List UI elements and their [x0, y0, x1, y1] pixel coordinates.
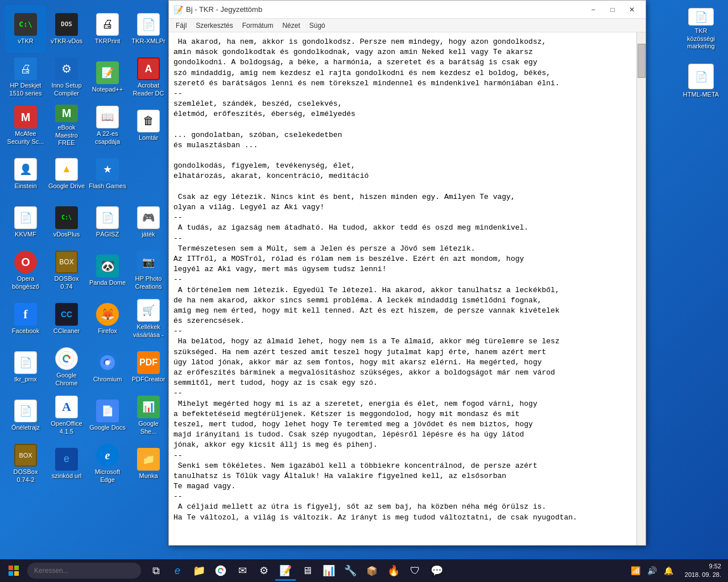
desktop-icon-22csapda[interactable]: 📖 A 22-es csapdája	[88, 102, 127, 149]
clock-time: 9:52	[685, 562, 721, 571]
window-maximize-button[interactable]: □	[603, 3, 622, 16]
desktop-icon-KKVMF[interactable]: 📄 KKVMF	[6, 199, 46, 246]
taskbar-app-11[interactable]: 📦	[362, 560, 382, 581]
taskbar-app-13[interactable]: 🛡	[405, 560, 425, 581]
desktop-icon-GoogleChrome[interactable]: Google Chrome	[47, 344, 86, 390]
desktop-icon-label-PDFCreator: PDFCreator	[132, 376, 166, 383]
desktop-icon-TKR-XMLPr[interactable]: 📄 TKR-XMLPr	[129, 6, 168, 52]
desktop-icon-vTKR-vDos[interactable]: DOS vTKR-vDos	[47, 6, 86, 52]
taskbar-tray: 📶 🔊 🔔	[624, 565, 680, 576]
desktop-icon-MSEdge[interactable]: e Microsoft Edge	[88, 440, 127, 487]
clock-date: 2018. 09. 28.	[685, 571, 721, 579]
tray-volume-icon[interactable]: 🔊	[645, 565, 659, 576]
taskbar-app-14[interactable]: 💬	[427, 560, 447, 581]
taskbar-chrome-app[interactable]	[210, 560, 231, 581]
desktop-icon-Firefox[interactable]: 🦊 Firefox	[88, 296, 127, 342]
desktop-icon-FlashGames[interactable]: ★ Flash Games	[88, 151, 127, 197]
desktop-icon-label-Chromium: Chromium	[93, 376, 122, 383]
desktop-icon-label-Lomtar: Lomtár	[139, 134, 158, 142]
taskbar-search-input[interactable]	[27, 563, 141, 579]
desktop-icon-McAfee[interactable]: M McAfee Security Sc...	[6, 102, 46, 149]
desktop-icon-label-TKRXMLPr: TKR-XMLPr	[131, 38, 165, 45]
desktop-icon-DOSBox2[interactable]: BOX DOSBox 0.74-2	[6, 440, 46, 487]
desktop-icon-label-GChrome: Google Chrome	[48, 372, 85, 386]
window-title: Bj - TKR - Jegyzettömb	[186, 5, 584, 14]
desktop-icon-Oneletrajz[interactable]: 📄 Önéletrajz	[6, 392, 46, 439]
desktop-icon-PandaDome[interactable]: 🐼 Panda Dome	[88, 247, 127, 294]
desktop-icon-Munka[interactable]: 📁 Munka	[129, 440, 168, 487]
menu-format[interactable]: Formátum	[238, 20, 278, 31]
app9-taskbar-icon: 📊	[322, 564, 335, 577]
desktop-icon-label-MSEdge: Microsoft Edge	[89, 468, 126, 483]
desktop-icon-Kellekek[interactable]: 🛒 Kellékek vásárlása -	[129, 296, 168, 342]
desktop-icon-Acrobat[interactable]: A Acrobat Reader DC	[129, 54, 168, 101]
desktop-icon-Lomtar[interactable]: 🗑 Lomtár	[129, 102, 168, 149]
notepad-textarea[interactable]	[169, 32, 636, 545]
desktop-icon-GoogleDocs[interactable]: 📄 Google Docs	[88, 392, 127, 439]
desktop-icon-jatek[interactable]: 🎮 játék	[129, 199, 168, 246]
taskbar-task-view[interactable]: ⧉	[146, 560, 166, 581]
svg-rect-7	[14, 571, 19, 576]
menu-file[interactable]: Fájl	[171, 20, 191, 31]
desktop-icon-eBook[interactable]: M eBook Maestro FREE	[47, 102, 86, 149]
desktop-icon-label-KKVMF: KKVMF	[15, 231, 36, 238]
desktop-icon-Chromium[interactable]: Chromium	[88, 344, 127, 390]
desktop-icon-label-vDosPlus: vDosPlus	[53, 231, 80, 238]
notepad-content-area	[169, 32, 646, 545]
desktop-icon-label-CCleaner: CCleaner	[53, 327, 80, 335]
taskbar-settings-app[interactable]: ⚙	[254, 560, 274, 581]
taskbar-clock[interactable]: 9:52 2018. 09. 28.	[680, 562, 726, 580]
desktop-icon-DOSBox[interactable]: BOX DOSBox 0.74	[47, 247, 86, 294]
desktop-icon-Opera[interactable]: O Opera böngésző	[6, 247, 46, 294]
tray-notification-icon[interactable]: 🔔	[661, 565, 676, 576]
svg-point-9	[219, 569, 222, 572]
desktop-icon-CCleaner[interactable]: CC CCleaner	[47, 296, 86, 342]
taskbar-explorer-app[interactable]: 📁	[189, 560, 209, 581]
taskbar-edge-app[interactable]: e	[167, 560, 188, 581]
desktop-icon-label-Acrobat: Acrobat Reader DC	[130, 82, 167, 97]
desktop-icon-HTML-META[interactable]: 📄 HTML-META	[680, 58, 722, 105]
desktop-icon-Inno-Setup[interactable]: ⚙ Inno Setup Compiler	[47, 54, 86, 101]
desktop-icon-Einstein[interactable]: 👤 Einstein	[6, 151, 46, 197]
window-close-button[interactable]: ✕	[623, 3, 641, 16]
desktop-icon-HPPhoto[interactable]: 📷 HP Photo Creations	[129, 247, 168, 294]
desktop-icon-label-eBook: eBook Maestro FREE	[48, 124, 85, 147]
taskbar-app-12[interactable]: 🔥	[383, 560, 404, 581]
taskbar-mail-app[interactable]: ✉	[232, 560, 253, 581]
desktop-icon-vTKR[interactable]: C:\ vTKR	[6, 6, 46, 52]
desktop-icon-TKR-kozossegi[interactable]: 📄 TKR közösségi marketing	[680, 6, 722, 52]
scrollbar-vertical[interactable]	[636, 32, 646, 545]
taskbar-app-8[interactable]: 🖥	[297, 560, 317, 581]
taskbar-app-9[interactable]: 📊	[318, 560, 339, 581]
desktop-icon-vDosPlus[interactable]: C:\ vDosPlus	[47, 199, 86, 246]
desktop-icons-grid: C:\ vTKR DOS vTKR-vDos 🖨 TKRPrint 📄 TKR-…	[6, 6, 171, 551]
desktop-icon-PDFCreator[interactable]: PDF PDFCreator	[129, 344, 168, 390]
desktop-icon-Facebook[interactable]: f Facebook	[6, 296, 46, 342]
desktop-icon-TKRPrint[interactable]: 🖨 TKRPrint	[88, 6, 127, 52]
desktop-icon-GoogleSheets[interactable]: 📊 Google She...	[129, 392, 168, 439]
desktop-icons-right: 📄 TKR közösségi marketing 📄 HTML-META	[680, 6, 722, 105]
menu-edit[interactable]: Szerkesztés	[191, 20, 237, 31]
tray-network-icon[interactable]: 📶	[628, 565, 643, 576]
desktop-icon-szinkod[interactable]: e szinkód url	[47, 440, 86, 487]
desktop-icon-OpenOffice[interactable]: A OpenOffice 4.1.5	[47, 392, 86, 439]
start-button[interactable]	[2, 560, 25, 581]
desktop-icon-GoogleDrive[interactable]: ▲ Google Drive	[47, 151, 86, 197]
taskbar-notepad-app[interactable]: 📝	[275, 560, 296, 581]
menu-view[interactable]: Nézet	[278, 20, 304, 31]
desktop-icon-HP-Deskjet[interactable]: 🖨 HP Deskjet 1510 series	[6, 54, 46, 101]
desktop-icon-PAGISZ[interactable]: 📄 PÁGISZ	[88, 199, 127, 246]
desktop-icon-label-DOSBox: DOSBox 0.74	[48, 275, 85, 290]
desktop-icon-Notepadpp[interactable]: 📝 Notepad++	[88, 54, 127, 101]
window-minimize-button[interactable]: −	[584, 3, 602, 16]
desktop-icon-label-vDos: vTKR-vDos	[51, 38, 82, 45]
window-menubar: Fájl Szerkesztés Formátum Nézet Súgó	[169, 19, 646, 32]
desktop-icon-label-McAfee: McAfee Security Sc...	[7, 130, 44, 145]
app10-taskbar-icon: 🔧	[344, 564, 357, 577]
desktop-icon-label-HPPhoto: HP Photo Creations	[130, 275, 167, 290]
desktop-icon-tkr-prnx[interactable]: 📄 tkr_prnx	[6, 344, 46, 390]
scrollbar-thumb[interactable]	[638, 44, 646, 78]
taskbar-app-10[interactable]: 🔧	[340, 560, 361, 581]
desktop-icon-label-Oneletrajz: Önéletrajz	[11, 424, 40, 431]
menu-help[interactable]: Súgó	[305, 20, 330, 31]
